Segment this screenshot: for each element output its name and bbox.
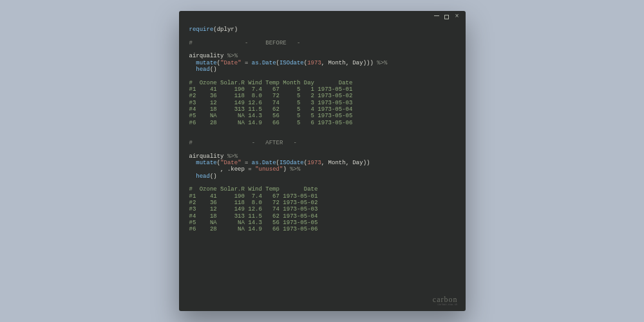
output2-row: #2 36 118 8.0 72 1973-05-02 (189, 200, 318, 206)
output2-row: #6 28 NA 14.9 66 1973-05-06 (189, 226, 318, 232)
watermark: carbon carbon.now.sh (433, 296, 458, 306)
output2-row: #5 NA NA 14.3 56 1973-05-05 (189, 220, 318, 226)
output2-header: # Ozone Solar.R Wind Temp Date (189, 186, 318, 193)
close-icon[interactable]: × (454, 14, 460, 20)
output1-header: # Ozone Solar.R Wind Temp Month Day Date (189, 80, 353, 86)
output2-row: #4 18 313 11.5 62 1973-05-04 (189, 213, 318, 220)
output1-row: #3 12 149 12.6 74 5 3 1973-05-03 (189, 100, 353, 106)
code-block: require(dplyr) # - BEFORE - airquality %… (189, 26, 455, 233)
output1-row: #1 41 190 7.4 67 5 1 1973-05-01 (189, 86, 353, 93)
output1-row: #6 28 NA 14.9 66 5 6 1973-05-06 (189, 120, 353, 126)
output1-row: #2 36 118 8.0 72 5 2 1973-05-02 (189, 93, 353, 99)
minimize-icon[interactable] (433, 14, 440, 20)
output2-row: #3 12 149 12.6 74 1973-05-03 (189, 206, 318, 213)
output2-row: #1 41 190 7.4 67 1973-05-01 (189, 193, 318, 200)
maximize-icon[interactable] (444, 14, 450, 20)
separator-after: # - AFTER - (189, 140, 297, 146)
fn-require: require (189, 26, 214, 33)
output1-row: #4 18 313 11.5 62 5 4 1973-05-04 (189, 106, 353, 113)
code-window: × require(dplyr) # - BEFORE - airquality… (179, 11, 466, 311)
separator-before: # - BEFORE - (189, 40, 301, 46)
window-controls: × (433, 14, 460, 20)
output1-row: #5 NA NA 14.3 56 5 5 1973-05-05 (189, 113, 353, 119)
